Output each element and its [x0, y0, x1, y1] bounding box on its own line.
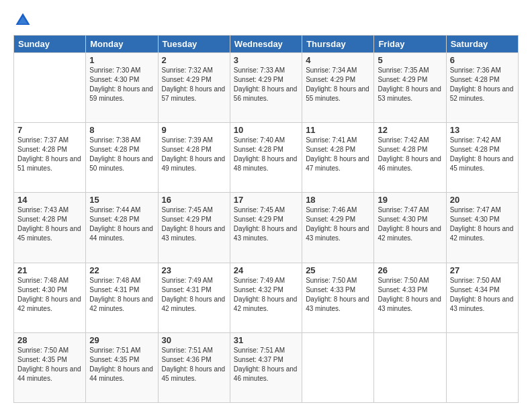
- day-number: 18: [306, 195, 370, 205]
- day-info: Sunrise: 7:45 AMSunset: 4:29 PMDaylight:…: [234, 205, 298, 243]
- calendar-cell: 18Sunrise: 7:46 AMSunset: 4:29 PMDayligh…: [302, 193, 374, 263]
- day-number: 13: [450, 125, 515, 135]
- calendar-cell: 23Sunrise: 7:49 AMSunset: 4:31 PMDayligh…: [158, 263, 230, 332]
- calendar-cell: 19Sunrise: 7:47 AMSunset: 4:30 PMDayligh…: [374, 193, 446, 263]
- calendar-cell: 28Sunrise: 7:50 AMSunset: 4:35 PMDayligh…: [14, 332, 86, 402]
- day-info: Sunrise: 7:51 AMSunset: 4:36 PMDaylight:…: [162, 346, 226, 383]
- day-number: 12: [378, 125, 442, 135]
- logo-icon: [13, 11, 32, 30]
- calendar-week-row: 1Sunrise: 7:30 AMSunset: 4:30 PMDaylight…: [14, 53, 519, 123]
- day-info: Sunrise: 7:33 AMSunset: 4:29 PMDaylight:…: [234, 66, 298, 103]
- day-info: Sunrise: 7:44 AMSunset: 4:28 PMDaylight:…: [89, 205, 154, 243]
- day-number: 2: [162, 55, 226, 65]
- day-number: 9: [162, 125, 226, 135]
- day-info: Sunrise: 7:42 AMSunset: 4:28 PMDaylight:…: [450, 136, 515, 173]
- logo-area: [13, 11, 34, 30]
- day-number: 30: [162, 335, 226, 345]
- day-info: Sunrise: 7:42 AMSunset: 4:28 PMDaylight:…: [378, 136, 442, 173]
- calendar-cell: 14Sunrise: 7:43 AMSunset: 4:28 PMDayligh…: [14, 193, 86, 263]
- calendar-header-thursday: Thursday: [302, 36, 374, 53]
- calendar-header-saturday: Saturday: [446, 36, 518, 53]
- day-number: 27: [450, 265, 515, 275]
- day-number: 25: [306, 265, 370, 275]
- calendar-cell: 16Sunrise: 7:45 AMSunset: 4:29 PMDayligh…: [158, 193, 230, 263]
- calendar-cell: [446, 332, 518, 402]
- calendar-cell: [14, 53, 86, 123]
- day-info: Sunrise: 7:51 AMSunset: 4:35 PMDaylight:…: [89, 346, 154, 383]
- day-number: 28: [17, 335, 82, 345]
- day-info: Sunrise: 7:30 AMSunset: 4:30 PMDaylight:…: [89, 66, 154, 103]
- day-info: Sunrise: 7:48 AMSunset: 4:31 PMDaylight:…: [89, 276, 154, 314]
- day-info: Sunrise: 7:50 AMSunset: 4:33 PMDaylight:…: [378, 276, 442, 314]
- day-number: 15: [89, 195, 154, 205]
- day-info: Sunrise: 7:50 AMSunset: 4:33 PMDaylight:…: [306, 276, 370, 314]
- day-info: Sunrise: 7:43 AMSunset: 4:28 PMDaylight:…: [17, 205, 82, 243]
- calendar-cell: 27Sunrise: 7:50 AMSunset: 4:34 PMDayligh…: [446, 263, 518, 332]
- calendar-cell: 13Sunrise: 7:42 AMSunset: 4:28 PMDayligh…: [446, 123, 518, 193]
- calendar-cell: 9Sunrise: 7:39 AMSunset: 4:28 PMDaylight…: [158, 123, 230, 193]
- day-number: 23: [162, 265, 226, 275]
- day-info: Sunrise: 7:50 AMSunset: 4:35 PMDaylight:…: [17, 346, 82, 383]
- day-number: 16: [162, 195, 226, 205]
- calendar-cell: 10Sunrise: 7:40 AMSunset: 4:28 PMDayligh…: [230, 123, 302, 193]
- day-number: 31: [234, 335, 298, 345]
- day-info: Sunrise: 7:45 AMSunset: 4:29 PMDaylight:…: [162, 205, 226, 243]
- calendar-cell: 11Sunrise: 7:41 AMSunset: 4:28 PMDayligh…: [302, 123, 374, 193]
- day-info: Sunrise: 7:47 AMSunset: 4:30 PMDaylight:…: [450, 205, 515, 243]
- page: SundayMondayTuesdayWednesdayThursdayFrid…: [0, 0, 532, 411]
- calendar-header-sunday: Sunday: [14, 36, 86, 53]
- calendar-header-tuesday: Tuesday: [158, 36, 230, 53]
- calendar-header-friday: Friday: [374, 36, 446, 53]
- calendar-header-wednesday: Wednesday: [230, 36, 302, 53]
- day-number: 22: [89, 265, 154, 275]
- day-info: Sunrise: 7:48 AMSunset: 4:30 PMDaylight:…: [17, 276, 82, 314]
- day-info: Sunrise: 7:49 AMSunset: 4:32 PMDaylight:…: [234, 276, 298, 314]
- calendar-cell: 29Sunrise: 7:51 AMSunset: 4:35 PMDayligh…: [86, 332, 158, 402]
- day-number: 26: [378, 265, 442, 275]
- calendar-cell: 5Sunrise: 7:35 AMSunset: 4:29 PMDaylight…: [374, 53, 446, 123]
- calendar-week-row: 28Sunrise: 7:50 AMSunset: 4:35 PMDayligh…: [14, 332, 519, 402]
- calendar-header-row: SundayMondayTuesdayWednesdayThursdayFrid…: [14, 36, 519, 53]
- day-number: 10: [234, 125, 298, 135]
- calendar-cell: [374, 332, 446, 402]
- day-number: 5: [378, 55, 442, 65]
- header: [13, 11, 519, 30]
- calendar-cell: 4Sunrise: 7:34 AMSunset: 4:29 PMDaylight…: [302, 53, 374, 123]
- calendar-cell: 15Sunrise: 7:44 AMSunset: 4:28 PMDayligh…: [86, 193, 158, 263]
- calendar-cell: 25Sunrise: 7:50 AMSunset: 4:33 PMDayligh…: [302, 263, 374, 332]
- calendar-cell: 26Sunrise: 7:50 AMSunset: 4:33 PMDayligh…: [374, 263, 446, 332]
- day-info: Sunrise: 7:46 AMSunset: 4:29 PMDaylight:…: [306, 205, 370, 243]
- day-info: Sunrise: 7:50 AMSunset: 4:34 PMDaylight:…: [450, 276, 515, 314]
- calendar-cell: 22Sunrise: 7:48 AMSunset: 4:31 PMDayligh…: [86, 263, 158, 332]
- day-number: 4: [306, 55, 370, 65]
- day-info: Sunrise: 7:34 AMSunset: 4:29 PMDaylight:…: [306, 66, 370, 103]
- day-number: 1: [89, 55, 154, 65]
- day-info: Sunrise: 7:37 AMSunset: 4:28 PMDaylight:…: [17, 136, 82, 173]
- calendar-week-row: 7Sunrise: 7:37 AMSunset: 4:28 PMDaylight…: [14, 123, 519, 193]
- day-number: 29: [89, 335, 154, 345]
- day-info: Sunrise: 7:40 AMSunset: 4:28 PMDaylight:…: [234, 136, 298, 173]
- calendar-cell: 6Sunrise: 7:36 AMSunset: 4:28 PMDaylight…: [446, 53, 518, 123]
- day-info: Sunrise: 7:51 AMSunset: 4:37 PMDaylight:…: [234, 346, 298, 383]
- day-info: Sunrise: 7:38 AMSunset: 4:28 PMDaylight:…: [89, 136, 154, 173]
- calendar-header-monday: Monday: [86, 36, 158, 53]
- day-number: 20: [450, 195, 515, 205]
- day-number: 7: [17, 125, 82, 135]
- day-info: Sunrise: 7:36 AMSunset: 4:28 PMDaylight:…: [450, 66, 515, 103]
- day-info: Sunrise: 7:39 AMSunset: 4:28 PMDaylight:…: [162, 136, 226, 173]
- day-number: 24: [234, 265, 298, 275]
- day-info: Sunrise: 7:35 AMSunset: 4:29 PMDaylight:…: [378, 66, 442, 103]
- calendar-cell: 21Sunrise: 7:48 AMSunset: 4:30 PMDayligh…: [14, 263, 86, 332]
- calendar-cell: 20Sunrise: 7:47 AMSunset: 4:30 PMDayligh…: [446, 193, 518, 263]
- calendar-cell: 8Sunrise: 7:38 AMSunset: 4:28 PMDaylight…: [86, 123, 158, 193]
- calendar-cell: 31Sunrise: 7:51 AMSunset: 4:37 PMDayligh…: [230, 332, 302, 402]
- day-number: 6: [450, 55, 515, 65]
- day-number: 14: [17, 195, 82, 205]
- day-info: Sunrise: 7:47 AMSunset: 4:30 PMDaylight:…: [378, 205, 442, 243]
- day-info: Sunrise: 7:49 AMSunset: 4:31 PMDaylight:…: [162, 276, 226, 314]
- calendar-cell: 7Sunrise: 7:37 AMSunset: 4:28 PMDaylight…: [14, 123, 86, 193]
- day-number: 3: [234, 55, 298, 65]
- day-number: 17: [234, 195, 298, 205]
- calendar-cell: 30Sunrise: 7:51 AMSunset: 4:36 PMDayligh…: [158, 332, 230, 402]
- calendar-week-row: 21Sunrise: 7:48 AMSunset: 4:30 PMDayligh…: [14, 263, 519, 332]
